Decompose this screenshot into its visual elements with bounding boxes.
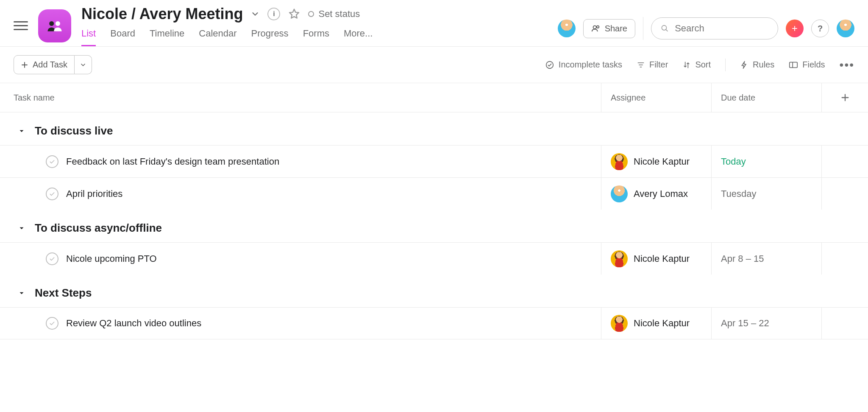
- tab-board[interactable]: Board: [110, 28, 135, 46]
- chevron-down-icon[interactable]: [18, 224, 25, 232]
- menu-toggle[interactable]: [14, 19, 28, 33]
- tab-calendar[interactable]: Calendar: [199, 28, 236, 46]
- search-input[interactable]: [675, 23, 768, 34]
- plus-icon: [21, 61, 28, 69]
- assignee-name: Nicole Kaptur: [634, 156, 690, 167]
- add-task-group: Add Task: [14, 55, 92, 74]
- chevron-down-icon[interactable]: [18, 289, 25, 297]
- status-text: Set status: [318, 8, 360, 20]
- search-box[interactable]: [651, 17, 778, 39]
- svg-point-3: [596, 26, 599, 28]
- divider: [643, 17, 643, 40]
- people-icon: [45, 17, 64, 35]
- assignee-cell[interactable]: Nicole Kaptur: [601, 243, 711, 275]
- assignee-name: Avery Lomax: [634, 188, 688, 199]
- task-table: Task name Assignee Due date To discuss l…: [0, 83, 868, 339]
- tab-forms[interactable]: Forms: [303, 28, 329, 46]
- due-date-cell[interactable]: Apr 15 – 22: [711, 308, 821, 339]
- due-date: Tuesday: [721, 188, 757, 199]
- complete-toggle[interactable]: [46, 252, 58, 265]
- due-date-cell[interactable]: Today: [711, 146, 821, 177]
- section-header[interactable]: Next Steps: [0, 275, 868, 307]
- people-icon: [591, 24, 601, 33]
- fields-icon: [789, 61, 798, 69]
- add-task-dropdown[interactable]: [75, 55, 92, 74]
- search-icon: [661, 24, 669, 33]
- star-icon[interactable]: [288, 8, 300, 20]
- extra-cell: [821, 178, 868, 210]
- section-title: To discuss async/offline: [35, 221, 162, 235]
- col-due-date[interactable]: Due date: [711, 83, 821, 112]
- tab-progress[interactable]: Progress: [251, 28, 289, 46]
- project-title: Nicole / Avery Meeting: [81, 5, 243, 23]
- rules-label: Rules: [753, 60, 774, 70]
- assignee-cell[interactable]: Nicole Kaptur: [601, 308, 711, 339]
- filter-button[interactable]: Filter: [637, 60, 668, 70]
- rules-button[interactable]: Rules: [740, 60, 774, 70]
- task-name-cell[interactable]: Feedback on last Friday's design team pr…: [0, 146, 601, 177]
- due-date: Apr 15 – 22: [721, 318, 769, 329]
- task-name: Nicole upcoming PTO: [66, 253, 157, 264]
- task-name: Feedback on last Friday's design team pr…: [66, 156, 279, 167]
- task-name: Review Q2 launch video outlines: [66, 318, 201, 329]
- due-date: Today: [721, 156, 746, 167]
- table-header: Task name Assignee Due date: [0, 83, 868, 112]
- col-assignee[interactable]: Assignee: [601, 83, 711, 112]
- tab-more[interactable]: More...: [344, 28, 373, 46]
- task-name-cell[interactable]: Nicole upcoming PTO: [0, 243, 601, 275]
- section-title: To discuss live: [35, 124, 113, 137]
- svg-point-5: [546, 61, 554, 68]
- add-task-label: Add Task: [33, 60, 67, 70]
- fields-button[interactable]: Fields: [789, 60, 825, 70]
- assignee-cell[interactable]: Avery Lomax: [601, 178, 711, 210]
- tab-list[interactable]: List: [81, 28, 96, 46]
- task-name: April priorities: [66, 188, 122, 199]
- check-circle-icon: [545, 60, 554, 70]
- global-add-button[interactable]: +: [786, 20, 804, 37]
- task-name-cell[interactable]: Review Q2 launch video outlines: [0, 308, 601, 339]
- list-toolbar: Add Task Incomplete tasks Filter S: [0, 47, 868, 83]
- add-task-button[interactable]: Add Task: [14, 55, 75, 74]
- assignee-avatar: [611, 153, 628, 170]
- complete-toggle[interactable]: [46, 155, 58, 168]
- divider: [725, 59, 726, 71]
- extra-cell: [821, 146, 868, 177]
- member-avatar-avery[interactable]: [558, 20, 576, 37]
- add-column-button[interactable]: [821, 83, 868, 112]
- assignee-cell[interactable]: Nicole Kaptur: [601, 146, 711, 177]
- assignee-avatar: [611, 315, 628, 332]
- assignee-avatar: [611, 185, 628, 202]
- assignee-name: Nicole Kaptur: [634, 318, 690, 329]
- col-task-name[interactable]: Task name: [0, 83, 601, 112]
- tab-timeline[interactable]: Timeline: [150, 28, 184, 46]
- chevron-down-icon[interactable]: [250, 9, 260, 19]
- share-button[interactable]: Share: [583, 19, 635, 38]
- task-row: Review Q2 launch video outlinesNicole Ka…: [0, 307, 868, 339]
- user-avatar[interactable]: [837, 20, 854, 37]
- help-button[interactable]: ?: [811, 20, 829, 37]
- svg-point-2: [593, 26, 596, 29]
- status-dot-icon: [308, 11, 314, 17]
- incomplete-tasks-filter[interactable]: Incomplete tasks: [545, 60, 622, 70]
- due-date-cell[interactable]: Apr 8 – 15: [711, 243, 821, 275]
- task-row: April prioritiesAvery LomaxTuesday: [0, 177, 868, 210]
- set-status[interactable]: Set status: [308, 8, 360, 20]
- chevron-down-icon[interactable]: [18, 127, 25, 135]
- more-options[interactable]: •••: [840, 58, 854, 72]
- task-name-cell[interactable]: April priorities: [0, 178, 601, 210]
- svg-point-0: [49, 21, 54, 26]
- section-header[interactable]: To discuss live: [0, 112, 868, 145]
- due-date-cell[interactable]: Tuesday: [711, 178, 821, 210]
- topbar-right: Share + ?: [558, 17, 854, 40]
- section-title: Next Steps: [35, 286, 92, 300]
- complete-toggle[interactable]: [46, 188, 58, 200]
- extra-cell: [821, 243, 868, 275]
- info-icon[interactable]: i: [267, 8, 280, 20]
- sort-label: Sort: [695, 60, 711, 70]
- fields-label: Fields: [802, 60, 825, 70]
- complete-toggle[interactable]: [46, 317, 58, 330]
- lightning-icon: [740, 61, 748, 69]
- filter-label: Filter: [649, 60, 668, 70]
- section-header[interactable]: To discuss async/offline: [0, 210, 868, 242]
- sort-button[interactable]: Sort: [682, 60, 711, 70]
